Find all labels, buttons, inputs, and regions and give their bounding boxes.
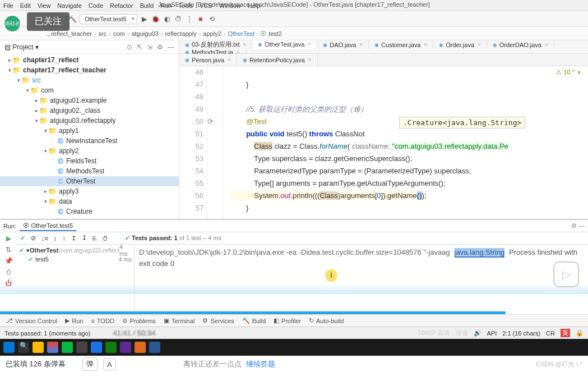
app5-icon[interactable] (135, 342, 146, 353)
editor-tab[interactable]: ◉Order.java× (433, 40, 487, 49)
lang-badge[interactable]: 英 (561, 329, 570, 337)
danmu-toggle-icon[interactable]: 弹 (82, 357, 98, 371)
bottom-tab[interactable]: ↻Auto-build (309, 317, 344, 324)
danmu-setting-icon[interactable]: A (103, 359, 116, 370)
pin-icon[interactable]: 📌 (4, 257, 13, 265)
bottom-tab[interactable]: ⚙Services (202, 317, 234, 324)
editor-tab[interactable]: ◉OtherTest.java× (252, 40, 317, 49)
editor-tab[interactable]: ◉DAO.java× (317, 40, 369, 49)
expand-all-icon[interactable]: ⇱ (137, 43, 142, 51)
export-icon[interactable]: ⎘ (92, 235, 96, 242)
next-icon[interactable]: ↧ (82, 235, 87, 242)
crumb-src[interactable]: src (99, 30, 107, 37)
close-icon[interactable]: × (359, 42, 363, 48)
menu-navigate[interactable]: Navigate (57, 2, 81, 9)
tree-item[interactable]: CMethodsTest (0, 166, 179, 176)
app6-icon[interactable] (149, 342, 160, 353)
run-config-select[interactable]: OtherTest.test5 (80, 14, 137, 24)
hammer-icon[interactable]: 🔨 (68, 15, 76, 23)
crumb-com[interactable]: com (113, 30, 125, 37)
tree-item[interactable]: ▾📁data (0, 196, 179, 206)
video-speed[interactable]: 倍速 (456, 329, 468, 337)
editor-tab[interactable]: ◉Person.java× (179, 54, 237, 66)
start-icon[interactable] (3, 342, 15, 353)
editor-tab[interactable]: ◉Customer.java× (369, 40, 433, 49)
app2-icon[interactable] (91, 342, 102, 353)
close-icon[interactable]: × (424, 42, 427, 48)
tree-item[interactable]: CNewInstanceTest (0, 136, 179, 146)
close-icon[interactable]: × (308, 41, 311, 47)
code-editor[interactable]: ⚠ 10 ^ ∨ 464748495051525354555657 ⟳ } //… (179, 66, 588, 219)
more-run-icon[interactable]: ⋮ (186, 15, 193, 23)
close-icon[interactable]: × (308, 57, 312, 63)
coverage-icon[interactable]: ◐ (163, 15, 171, 23)
printer-icon[interactable]: ⎙ (7, 268, 11, 276)
expand-icon[interactable]: ↕ (54, 235, 57, 242)
app4-icon[interactable] (120, 342, 131, 353)
menu-file[interactable]: File (3, 2, 13, 9)
toggle-icon[interactable]: ⇅ (6, 246, 11, 254)
editor-tab[interactable]: ◉03-反射的应用.txt× (179, 40, 252, 49)
explorer-icon[interactable] (33, 342, 44, 353)
menu-code[interactable]: Code (89, 2, 103, 9)
profile-icon[interactable]: ⏱ (174, 15, 182, 23)
console-output[interactable]: D:\develop_tools\JDK\jdk-17.0.2\bin\java… (135, 245, 588, 314)
tree-item[interactable]: COtherTest (0, 176, 179, 186)
search-icon[interactable]: 🔍 (18, 342, 29, 353)
debug-icon[interactable]: 🐞 (152, 15, 160, 23)
tree-item[interactable]: ▾📁chapter17_reflect_teacher (0, 65, 179, 75)
crumb-class[interactable]: OtherTest (228, 30, 254, 37)
select-opened-icon[interactable]: ⊙ (127, 43, 132, 51)
crumb-sub[interactable]: reflectapply (165, 30, 196, 37)
test-tree[interactable]: ✔▾ OtherTest (com.atguigu03.reflect4 ms … (17, 245, 135, 314)
channel-avatar[interactable]: 尚硅谷 (3, 15, 21, 33)
stop-icon[interactable]: ■ (197, 15, 205, 23)
fail-icon[interactable]: ⊘ (31, 235, 36, 242)
close-icon[interactable]: × (243, 42, 247, 48)
tree-item[interactable]: ▾📁com (0, 85, 179, 95)
bottom-tab[interactable]: ◧Profiler (274, 317, 301, 324)
app-icon[interactable] (76, 342, 87, 353)
pass-icon[interactable]: ✔ (20, 235, 25, 242)
tree-item[interactable]: ▸📁apply3 (0, 186, 179, 196)
run-tab[interactable]: ⦿ OtherTest.test5 (20, 221, 76, 231)
bottom-tab[interactable]: ⎇Version Control (6, 317, 57, 324)
ime-icon[interactable]: CR (546, 330, 555, 337)
bottom-tab[interactable]: ≡TODO (91, 318, 114, 324)
tree-item[interactable]: ▸📁atguigu01.example (0, 95, 179, 105)
bottom-tab[interactable]: ▣Terminal (164, 317, 195, 324)
bottom-tab[interactable]: ⊘Problems (122, 317, 155, 324)
project-tree[interactable]: ▸📁chapter17_reflect▾📁chapter17_reflect_t… (0, 54, 179, 219)
collapse-icon[interactable]: ⇲ (147, 43, 152, 51)
menu-view[interactable]: View (38, 2, 51, 9)
history-icon[interactable]: ⏱ (102, 235, 108, 242)
gear-icon[interactable]: ⚙ (157, 43, 163, 51)
crumb-method[interactable]: test2 (268, 30, 282, 37)
run-icon[interactable]: ▶ (141, 15, 149, 23)
tree-item[interactable]: @MyAnnotation (0, 217, 179, 219)
tree-item[interactable]: ▾📁apply2 (0, 146, 179, 156)
close-icon[interactable]: × (478, 42, 481, 48)
video-resolution[interactable]: 1080P 高清 (418, 329, 450, 337)
continue-answer-link[interactable]: 继续答题 (246, 359, 275, 369)
tree-item[interactable]: CFieldsTest (0, 156, 179, 166)
tree-item[interactable]: ▾📁src (0, 75, 179, 85)
run-gear-icon[interactable]: ⚙ — (571, 222, 585, 229)
video-play-button[interactable]: ▷ (553, 261, 579, 287)
tree-item[interactable]: ▾📁atguigu03.reflectapply (0, 116, 179, 126)
hide-icon[interactable]: — (168, 43, 174, 51)
rerun-icon[interactable]: ▶ (6, 235, 11, 242)
project-tab[interactable]: ▤ Project ▾ (4, 43, 39, 51)
bottom-tab[interactable]: 🔨Build (242, 317, 266, 324)
crumb-apply[interactable]: apply2 (203, 30, 221, 37)
prev-icon[interactable]: ↥ (71, 235, 76, 242)
tree-item[interactable]: ▾📁apply1 (0, 126, 179, 136)
tree-item[interactable]: CCreature (0, 206, 179, 217)
close-icon[interactable]: × (228, 57, 231, 63)
follow-badge[interactable]: 已关注 (27, 12, 70, 31)
volume-icon[interactable]: 🔊 (474, 329, 481, 337)
warnings-badge[interactable]: ⚠ 10 ^ ∨ (556, 68, 581, 76)
bottom-tab[interactable]: ▶Run (65, 317, 83, 324)
git-update-icon[interactable]: ⟲ (208, 15, 216, 23)
menu-edit[interactable]: Edit (20, 2, 31, 9)
